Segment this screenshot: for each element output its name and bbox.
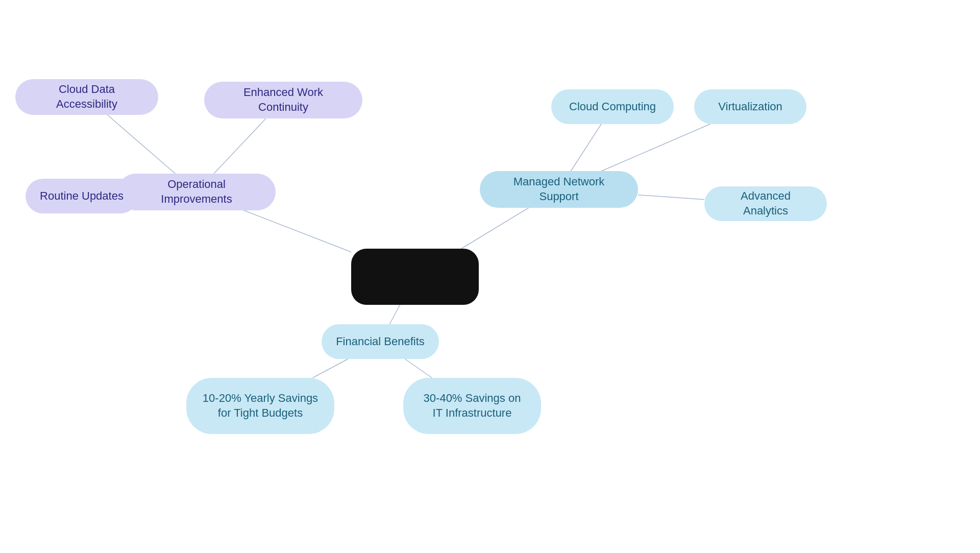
savings-tight-budgets-node: 10-20% Yearly Savings for Tight Budgets — [186, 378, 334, 434]
connection-line — [389, 305, 400, 324]
connection-line — [244, 210, 351, 252]
enhanced-work-continuity-node: Enhanced Work Continuity — [204, 82, 362, 118]
operational-improvements-node: Operational Improvements — [117, 174, 276, 210]
connection-line — [405, 359, 432, 378]
connection-line — [601, 124, 710, 171]
center-node — [351, 249, 479, 305]
routine-updates-node: Routine Updates — [26, 179, 138, 213]
savings-it-infrastructure-node: 30-40% Savings on IT Infrastructure — [403, 378, 541, 434]
connection-line — [313, 359, 348, 378]
virtualization-node: Virtualization — [694, 89, 806, 124]
financial-benefits-node: Financial Benefits — [322, 324, 439, 359]
cloud-data-accessibility-node: Cloud Data Accessibility — [15, 79, 158, 115]
advanced-analytics-node: Advanced Analytics — [704, 186, 827, 221]
connection-line — [638, 195, 704, 200]
connection-line — [107, 115, 175, 174]
connection-line — [571, 124, 601, 171]
connection-line — [214, 118, 266, 174]
cloud-computing-node: Cloud Computing — [551, 89, 674, 124]
connection-line — [461, 208, 529, 249]
managed-network-support-node: Managed Network Support — [480, 171, 638, 208]
